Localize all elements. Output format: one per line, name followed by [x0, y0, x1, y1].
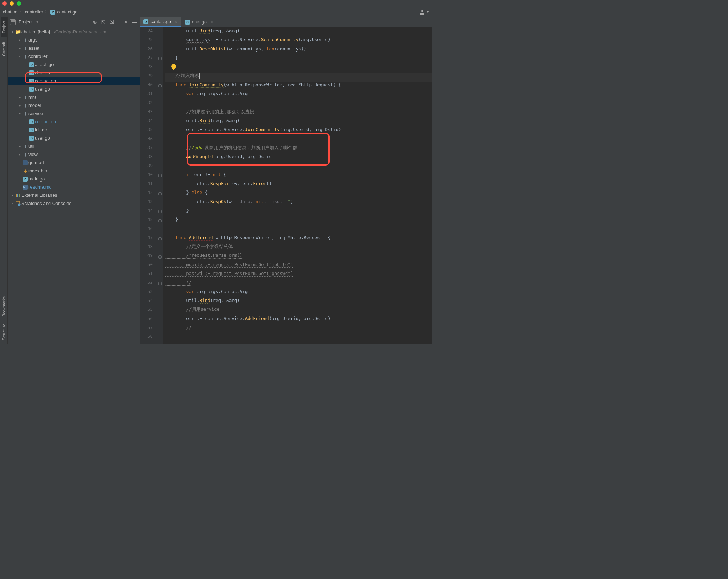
minimize-window-button[interactable]	[10, 1, 14, 6]
folder-icon: ▮	[22, 94, 28, 100]
tree-external-libraries[interactable]: ▸External Libraries	[8, 191, 140, 199]
fold-marker[interactable]: -	[158, 57, 162, 60]
close-icon[interactable]: ×	[175, 19, 178, 25]
chevron-right-icon[interactable]: ▸	[10, 201, 15, 205]
chevron-right-icon: 〉	[19, 9, 23, 15]
tool-tab-commit[interactable]: Commit	[1, 38, 7, 60]
user-icon	[419, 9, 425, 15]
tree-file-chat[interactable]: ◔chat.go	[8, 69, 140, 77]
tree-file-readme[interactable]: MDreadme.md	[8, 183, 140, 191]
folder-icon: ▮	[22, 45, 28, 51]
svg-rect-3	[19, 194, 20, 197]
breadcrumb-item[interactable]: controller	[25, 10, 43, 15]
tree-folder-model[interactable]: ▸▮model	[8, 101, 140, 109]
chevron-right-icon[interactable]: ▸	[17, 95, 22, 99]
code-editor[interactable]: 2425262728293031323334353637383940414243…	[140, 27, 432, 344]
tree-folder-view[interactable]: ▸▮view	[8, 150, 140, 158]
tool-tab-structure[interactable]: Structure	[1, 320, 7, 344]
tree-folder-service[interactable]: ▾▮service	[8, 109, 140, 118]
tree-file-gomod[interactable]: go.mod	[8, 158, 140, 167]
expand-all-icon[interactable]: ⇱	[101, 19, 105, 25]
tree-file-svc-init[interactable]: ◔init.go	[8, 126, 140, 134]
library-icon	[15, 193, 21, 198]
folder-icon: 📁	[15, 29, 21, 34]
tree-scratches[interactable]: ▸Scratches and Consoles	[8, 199, 140, 207]
breadcrumb-item[interactable]: contact.go	[57, 10, 77, 15]
folder-icon: ▮	[22, 152, 28, 157]
svg-point-5	[18, 203, 21, 206]
gear-icon[interactable]: ✴	[124, 19, 128, 25]
go-file-icon: ◔	[29, 136, 34, 141]
svg-point-0	[421, 10, 423, 12]
chevron-down-icon[interactable]: ▾	[17, 112, 22, 115]
breadcrumb[interactable]: chat-im 〉 controller 〉 ◔ contact.go	[3, 9, 77, 15]
tree-root[interactable]: ▾ 📁 chat-im [hello] ~/Code/goRoot/src/ch…	[8, 28, 140, 36]
tree-folder-asset[interactable]: ▸▮asset	[8, 44, 140, 52]
tab-contact[interactable]: ◔ contact.go ×	[140, 17, 181, 27]
tab-chat[interactable]: ◔ chat.go ×	[181, 17, 217, 27]
fold-strip[interactable]: - - - - - - - - -	[158, 27, 163, 344]
breadcrumb-item[interactable]: chat-im	[3, 10, 17, 15]
tree-folder-util[interactable]: ▸▮util	[8, 142, 140, 150]
titlebar	[0, 0, 432, 7]
folder-icon: ▮	[22, 54, 28, 59]
chevron-right-icon[interactable]: ▸	[17, 38, 22, 42]
code-content[interactable]: util.Bind(req, &arg) comunitys := contac…	[163, 27, 432, 344]
project-tree[interactable]: ▾ 📁 chat-im [hello] ~/Code/goRoot/src/ch…	[8, 27, 140, 344]
hide-icon[interactable]: —	[132, 19, 137, 25]
close-icon[interactable]: ×	[210, 19, 213, 25]
gomod-icon	[23, 160, 28, 165]
fold-marker[interactable]: -	[158, 237, 162, 240]
tree-folder-args[interactable]: ▸▮args	[8, 36, 140, 44]
tab-label: chat.go	[192, 20, 207, 25]
tab-label: contact.go	[151, 19, 171, 24]
fold-marker[interactable]: -	[158, 282, 162, 285]
tree-file-contact[interactable]: ◔contact.go	[8, 77, 140, 85]
go-file-icon: ◔	[29, 79, 34, 83]
go-file-icon: ◔	[29, 119, 34, 124]
tree-file-svc-user[interactable]: ◔user.go	[8, 134, 140, 142]
fold-marker[interactable]: -	[158, 174, 162, 177]
user-menu[interactable]: ▼	[419, 9, 429, 15]
tree-file-attach[interactable]: ◔attach.go	[8, 60, 140, 69]
fold-marker[interactable]: -	[158, 219, 162, 222]
chevron-right-icon[interactable]: ▸	[17, 103, 22, 107]
editor-area: ◔ contact.go × ◔ chat.go × 2425262728293…	[140, 17, 432, 344]
go-file-icon: ◔	[50, 10, 55, 15]
tree-file-maingo[interactable]: ◔main.go	[8, 175, 140, 183]
folder-icon: ▮	[22, 103, 28, 108]
fold-marker[interactable]: -	[158, 255, 162, 259]
chevron-down-icon[interactable]: ▾	[17, 54, 22, 58]
fold-marker[interactable]: -	[158, 192, 162, 195]
folder-icon: ▮	[22, 111, 28, 116]
tree-file-indexhtml[interactable]: ◆index.html	[8, 167, 140, 175]
fold-marker[interactable]: -	[158, 210, 162, 213]
collapse-all-icon[interactable]: ⇲	[110, 19, 114, 25]
tree-folder-mnt[interactable]: ▸▮mnt	[8, 93, 140, 101]
chevron-right-icon[interactable]: ▸	[17, 46, 22, 50]
tree-file-svc-contact[interactable]: ◔contact.go	[8, 118, 140, 126]
chevron-right-icon[interactable]: ▸	[10, 193, 15, 197]
markdown-file-icon: MD	[23, 185, 28, 190]
tool-tab-project[interactable]: Project	[1, 17, 7, 37]
tool-tab-bookmarks[interactable]: Bookmarks	[1, 293, 7, 320]
close-window-button[interactable]	[2, 1, 7, 6]
tree-folder-controller[interactable]: ▾▮controller	[8, 52, 140, 60]
svg-rect-1	[16, 194, 17, 197]
sidebar-title: Project	[18, 19, 33, 25]
sidebar-header: Project ▼ ⊕ ⇱ ⇲ | ✴ —	[8, 17, 140, 27]
chevron-down-icon[interactable]: ▼	[36, 20, 39, 24]
chevron-right-icon[interactable]: ▸	[17, 152, 22, 156]
maximize-window-button[interactable]	[17, 1, 21, 6]
select-opened-file-icon[interactable]: ⊕	[93, 19, 97, 25]
chevron-down-icon[interactable]: ▾	[10, 30, 15, 34]
tree-file-user[interactable]: ◔user.go	[8, 85, 140, 93]
chevron-right-icon[interactable]: ▸	[17, 144, 22, 148]
html-file-icon: ◆	[22, 168, 28, 173]
chevron-right-icon: 〉	[44, 9, 49, 15]
left-tool-rail: Project Commit Bookmarks Structure	[0, 17, 8, 344]
chevron-down-icon: ▼	[426, 10, 429, 14]
intention-bulb-icon[interactable]	[170, 63, 177, 70]
go-file-icon: ◔	[29, 87, 34, 92]
fold-marker[interactable]: -	[158, 84, 162, 87]
